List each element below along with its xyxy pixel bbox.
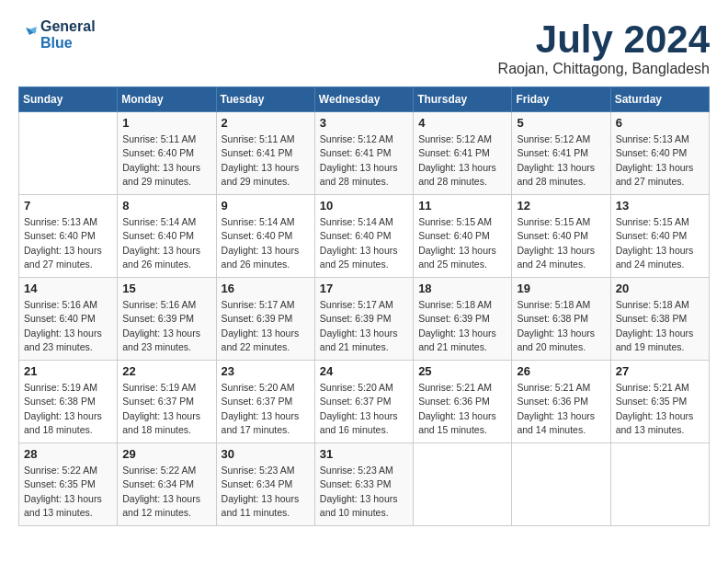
day-number: 11 xyxy=(418,199,506,213)
day-cell: 1Sunrise: 5:11 AM Sunset: 6:40 PM Daylig… xyxy=(118,112,216,195)
day-cell: 11Sunrise: 5:15 AM Sunset: 6:40 PM Dayli… xyxy=(414,195,512,278)
day-cell: 12Sunrise: 5:15 AM Sunset: 6:40 PM Dayli… xyxy=(512,195,610,278)
day-number: 25 xyxy=(418,364,506,378)
location-title: Raojan, Chittagong, Bangladesh xyxy=(498,61,710,77)
day-number: 29 xyxy=(122,447,210,461)
day-number: 26 xyxy=(517,364,605,378)
day-number: 3 xyxy=(320,116,408,130)
day-info: Sunrise: 5:12 AM Sunset: 6:41 PM Dayligh… xyxy=(517,132,605,189)
day-cell: 25Sunrise: 5:21 AM Sunset: 6:36 PM Dayli… xyxy=(414,361,512,443)
day-cell: 5Sunrise: 5:12 AM Sunset: 6:41 PM Daylig… xyxy=(512,112,610,195)
day-cell: 18Sunrise: 5:18 AM Sunset: 6:39 PM Dayli… xyxy=(414,278,512,361)
day-header: Thursday xyxy=(414,87,512,112)
logo-blue-text: Blue xyxy=(40,35,96,52)
day-info: Sunrise: 5:15 AM Sunset: 6:40 PM Dayligh… xyxy=(418,215,506,271)
day-number: 10 xyxy=(320,199,408,213)
day-info: Sunrise: 5:22 AM Sunset: 6:34 PM Dayligh… xyxy=(122,464,210,520)
day-cell: 16Sunrise: 5:17 AM Sunset: 6:39 PM Dayli… xyxy=(216,278,314,361)
day-cell xyxy=(19,112,118,195)
day-header: Sunday xyxy=(19,87,118,112)
day-number: 14 xyxy=(24,282,112,295)
day-number: 8 xyxy=(122,199,210,213)
day-info: Sunrise: 5:13 AM Sunset: 6:40 PM Dayligh… xyxy=(616,132,704,189)
day-info: Sunrise: 5:16 AM Sunset: 6:40 PM Dayligh… xyxy=(24,298,112,354)
day-info: Sunrise: 5:16 AM Sunset: 6:39 PM Dayligh… xyxy=(122,298,210,354)
day-info: Sunrise: 5:14 AM Sunset: 6:40 PM Dayligh… xyxy=(122,215,210,271)
day-info: Sunrise: 5:21 AM Sunset: 6:36 PM Dayligh… xyxy=(418,381,506,437)
day-cell: 24Sunrise: 5:20 AM Sunset: 6:37 PM Dayli… xyxy=(314,361,413,443)
day-cell: 8Sunrise: 5:14 AM Sunset: 6:40 PM Daylig… xyxy=(118,195,216,278)
day-info: Sunrise: 5:19 AM Sunset: 6:37 PM Dayligh… xyxy=(122,381,210,437)
day-number: 21 xyxy=(24,364,112,378)
day-info: Sunrise: 5:15 AM Sunset: 6:40 PM Dayligh… xyxy=(616,215,704,271)
day-number: 30 xyxy=(222,447,310,461)
day-number: 6 xyxy=(616,116,704,130)
day-number: 19 xyxy=(517,282,605,295)
day-number: 5 xyxy=(517,116,605,130)
day-header: Saturday xyxy=(610,87,709,112)
day-info: Sunrise: 5:23 AM Sunset: 6:34 PM Dayligh… xyxy=(222,464,310,520)
day-cell: 13Sunrise: 5:15 AM Sunset: 6:40 PM Dayli… xyxy=(610,195,709,278)
day-info: Sunrise: 5:17 AM Sunset: 6:39 PM Dayligh… xyxy=(222,298,310,354)
day-number: 18 xyxy=(418,282,506,295)
header: General Blue July 2024 Raojan, Chittagon… xyxy=(18,18,710,77)
day-number: 7 xyxy=(24,199,112,213)
day-cell: 14Sunrise: 5:16 AM Sunset: 6:40 PM Dayli… xyxy=(19,278,118,361)
day-info: Sunrise: 5:22 AM Sunset: 6:35 PM Dayligh… xyxy=(24,464,112,520)
day-info: Sunrise: 5:15 AM Sunset: 6:40 PM Dayligh… xyxy=(517,215,605,271)
day-info: Sunrise: 5:12 AM Sunset: 6:41 PM Dayligh… xyxy=(418,132,506,189)
day-info: Sunrise: 5:21 AM Sunset: 6:35 PM Dayligh… xyxy=(616,381,704,437)
day-number: 27 xyxy=(616,364,704,378)
day-cell: 4Sunrise: 5:12 AM Sunset: 6:41 PM Daylig… xyxy=(414,112,512,195)
day-number: 13 xyxy=(616,199,704,213)
day-cell: 26Sunrise: 5:21 AM Sunset: 6:36 PM Dayli… xyxy=(512,361,610,443)
day-number: 4 xyxy=(418,116,506,130)
day-header: Monday xyxy=(118,87,216,112)
day-number: 22 xyxy=(122,364,210,378)
day-number: 2 xyxy=(222,116,310,130)
header-row: SundayMondayTuesdayWednesdayThursdayFrid… xyxy=(19,87,710,112)
day-cell: 19Sunrise: 5:18 AM Sunset: 6:38 PM Dayli… xyxy=(512,278,610,361)
day-info: Sunrise: 5:11 AM Sunset: 6:41 PM Dayligh… xyxy=(222,132,310,189)
logo-bird-icon xyxy=(18,24,37,44)
day-number: 1 xyxy=(122,116,210,130)
day-number: 20 xyxy=(616,282,704,295)
day-cell: 27Sunrise: 5:21 AM Sunset: 6:35 PM Dayli… xyxy=(610,361,709,443)
week-row: 1Sunrise: 5:11 AM Sunset: 6:40 PM Daylig… xyxy=(19,112,710,195)
logo: General Blue xyxy=(18,18,96,51)
logo-text-group: General Blue xyxy=(40,18,96,51)
day-cell: 21Sunrise: 5:19 AM Sunset: 6:38 PM Dayli… xyxy=(19,361,118,443)
day-info: Sunrise: 5:11 AM Sunset: 6:40 PM Dayligh… xyxy=(122,132,210,189)
day-cell xyxy=(512,443,610,526)
day-cell: 17Sunrise: 5:17 AM Sunset: 6:39 PM Dayli… xyxy=(314,278,413,361)
day-cell: 9Sunrise: 5:14 AM Sunset: 6:40 PM Daylig… xyxy=(216,195,314,278)
week-row: 21Sunrise: 5:19 AM Sunset: 6:38 PM Dayli… xyxy=(19,361,710,443)
day-info: Sunrise: 5:20 AM Sunset: 6:37 PM Dayligh… xyxy=(222,381,310,437)
day-header: Tuesday xyxy=(216,87,314,112)
day-cell: 22Sunrise: 5:19 AM Sunset: 6:37 PM Dayli… xyxy=(118,361,216,443)
day-cell: 2Sunrise: 5:11 AM Sunset: 6:41 PM Daylig… xyxy=(216,112,314,195)
day-number: 24 xyxy=(320,364,408,378)
logo-wrapper: General Blue xyxy=(18,18,96,51)
day-info: Sunrise: 5:12 AM Sunset: 6:41 PM Dayligh… xyxy=(320,132,408,189)
day-cell: 10Sunrise: 5:14 AM Sunset: 6:40 PM Dayli… xyxy=(314,195,413,278)
day-cell: 3Sunrise: 5:12 AM Sunset: 6:41 PM Daylig… xyxy=(314,112,413,195)
day-cell: 15Sunrise: 5:16 AM Sunset: 6:39 PM Dayli… xyxy=(118,278,216,361)
day-info: Sunrise: 5:19 AM Sunset: 6:38 PM Dayligh… xyxy=(24,381,112,437)
day-number: 31 xyxy=(320,447,408,461)
day-header: Friday xyxy=(512,87,610,112)
day-info: Sunrise: 5:17 AM Sunset: 6:39 PM Dayligh… xyxy=(320,298,408,354)
day-cell xyxy=(610,443,709,526)
day-info: Sunrise: 5:14 AM Sunset: 6:40 PM Dayligh… xyxy=(222,215,310,271)
day-cell: 29Sunrise: 5:22 AM Sunset: 6:34 PM Dayli… xyxy=(118,443,216,526)
day-info: Sunrise: 5:18 AM Sunset: 6:38 PM Dayligh… xyxy=(616,298,704,354)
day-info: Sunrise: 5:23 AM Sunset: 6:33 PM Dayligh… xyxy=(320,464,408,520)
logo-general-text: General xyxy=(40,18,96,35)
week-row: 7Sunrise: 5:13 AM Sunset: 6:40 PM Daylig… xyxy=(19,195,710,278)
day-number: 23 xyxy=(222,364,310,378)
week-row: 28Sunrise: 5:22 AM Sunset: 6:35 PM Dayli… xyxy=(19,443,710,526)
day-cell: 23Sunrise: 5:20 AM Sunset: 6:37 PM Dayli… xyxy=(216,361,314,443)
day-cell: 28Sunrise: 5:22 AM Sunset: 6:35 PM Dayli… xyxy=(19,443,118,526)
week-row: 14Sunrise: 5:16 AM Sunset: 6:40 PM Dayli… xyxy=(19,278,710,361)
day-info: Sunrise: 5:13 AM Sunset: 6:40 PM Dayligh… xyxy=(24,215,112,271)
